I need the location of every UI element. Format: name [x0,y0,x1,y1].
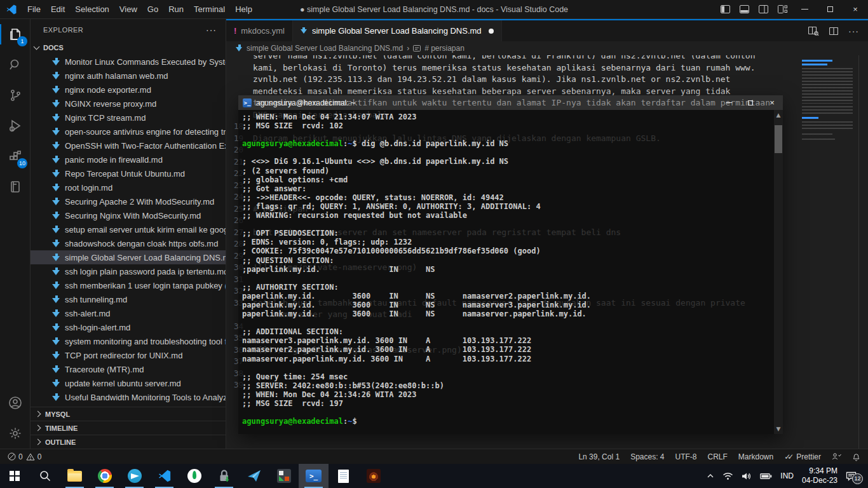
file-item[interactable]: Repo Tercepat Untuk Ubuntu.md [31,166,226,180]
terminal-titlebar[interactable]: >_ agungsurya@hexadecimal: ~ × [238,95,783,110]
formatter-status[interactable]: ✓✓ Prettier [784,452,821,461]
scroll-down-icon[interactable]: ▼ [774,426,783,432]
taskbar-game-icon[interactable] [358,464,388,488]
problems-errors[interactable]: 0 [8,452,23,461]
action-center-icon[interactable]: 12 [846,471,860,481]
toggle-panel-icon[interactable] [735,0,754,19]
editor-scrollbar[interactable] [858,55,868,449]
volume-icon[interactable] [742,472,752,480]
taskbar-mobaxterm-icon[interactable] [269,464,299,488]
menu-file[interactable]: File [22,0,46,19]
menu-terminal[interactable]: Terminal [189,0,230,19]
file-item[interactable]: nginx node exporter.md [31,83,226,97]
run-and-debug-icon[interactable] [0,111,31,141]
file-item[interactable]: OpenSSH with Two-Factor Authentication E… [31,139,226,152]
tab-mkdocs-yml[interactable]: !mkdocs.yml [226,20,293,41]
search-view-icon[interactable] [0,50,31,80]
toggle-secondary-sidebar-icon[interactable] [754,0,773,19]
customize-layout-icon[interactable] [773,0,792,19]
file-item[interactable]: Traceroute (MTR).md [31,362,226,376]
menu-selection[interactable]: Selection [70,0,114,19]
source-control-icon[interactable] [0,80,31,111]
section-timeline[interactable]: TIMELINE [31,421,226,435]
taskbar-lock-share-icon[interactable] [209,464,239,488]
file-item[interactable]: TCP port redirector for UNIX.md [31,348,226,362]
file-item[interactable]: root login.md [31,180,226,194]
eol-sequence[interactable]: CRLF [708,452,728,461]
taskbar-powershell-icon[interactable] [299,464,329,488]
explorer-view-icon[interactable]: 1 [0,19,31,50]
taskbar-telegram-icon[interactable] [119,464,149,488]
file-item[interactable]: Useful Bandwidth Monitoring Tools to Ana… [31,390,226,404]
scroll-up-icon[interactable]: ▲ [774,112,783,118]
feedback-icon[interactable] [832,452,841,461]
file-item[interactable]: Securing Apache 2 With ModSecurity.md [31,194,226,208]
tab-simple-global-server-load-balancing-dns-md[interactable]: simple Global Server Load Balancing DNS.… [293,20,502,41]
menu-run[interactable]: Run [163,0,189,19]
file-item[interactable]: ssh memberikan 1 user login tanpa pubkey… [31,278,226,292]
taskbar-notepad-icon[interactable] [329,464,358,488]
file-item[interactable]: NGINX reverse proxy.md [31,97,226,111]
file-item[interactable]: open-source antivirus engine for detecti… [31,125,226,139]
file-item[interactable]: ssh tunneling.md [31,292,226,306]
tray-chevron-icon[interactable] [707,473,714,478]
cursor-position[interactable]: Ln 39, Col 1 [578,452,620,461]
file-item[interactable]: nginx auth halaman web.md [31,69,226,83]
file-item[interactable]: Nginx TCP stream.md [31,111,226,125]
file-item[interactable]: ssh-alert.md [31,306,226,320]
explorer-actions-icon[interactable]: ··· [206,25,217,35]
file-item[interactable]: system monitoring and troubleshooting to… [31,334,226,348]
taskbar-mongodb-icon[interactable] [179,464,209,488]
taskbar-paper-plane-icon[interactable] [239,464,269,488]
settings-gear-icon[interactable] [0,418,31,449]
notifications-bell-icon[interactable] [852,452,860,461]
taskbar-vscode-icon[interactable] [149,464,179,488]
taskbar-start-button[interactable] [0,464,30,488]
taskbar-chrome-icon[interactable] [90,464,119,488]
menu-help[interactable]: Help [230,0,257,19]
taskbar-file-explorer-icon[interactable] [60,464,90,488]
menu-go[interactable]: Go [142,0,163,19]
remote-explorer-icon[interactable] [0,172,31,202]
split-editor-icon[interactable] [829,27,838,35]
section-mysql[interactable]: MYSQL [31,407,226,421]
extensions-view-icon[interactable]: 10 [0,141,31,172]
indentation[interactable]: Spaces: 4 [630,452,664,461]
tray-clock[interactable]: 9:34 PM 04-Dec-23 [802,466,837,485]
encoding[interactable]: UTF-8 [675,452,697,461]
terminal-output[interactable]: ;; WHEN: Mon Dec 04 21:34:07 WITA 2023;;… [238,110,783,434]
folder-section-docs[interactable]: DOCS [31,41,226,55]
menu-edit[interactable]: Edit [46,0,70,19]
language-mode[interactable]: Markdown [738,452,773,461]
terminal-scroll-thumb[interactable] [775,125,782,153]
file-item[interactable]: update kernel ubuntu server.md [31,376,226,390]
file-item[interactable]: ssh login plain password pada ip tertent… [31,264,226,278]
file-item[interactable]: simple Global Server Load Balancing DNS.… [31,250,226,264]
wifi-icon[interactable] [722,472,733,480]
file-item[interactable]: panic mode in firewalld.md [31,152,226,166]
window-close-button[interactable]: × [843,0,868,19]
section-outline[interactable]: OUTLINE [31,435,226,449]
taskbar-search-icon[interactable] [30,464,60,488]
terminal-window[interactable]: >_ agungsurya@hexadecimal: ~ × ;; WHEN: … [238,95,783,434]
minimap[interactable] [799,58,858,236]
terminal-maximize-button[interactable] [740,95,761,110]
file-item[interactable]: shadowshock dengan cloak https obfs.md [31,236,226,250]
battery-icon[interactable] [760,473,772,480]
toggle-sidebar-icon[interactable] [715,0,735,19]
keyboard-language[interactable]: IND [780,471,794,480]
terminal-minimize-button[interactable] [718,95,740,110]
file-item[interactable]: ssh-login-alert.md [31,320,226,334]
file-item[interactable]: Monitor Linux Commands Executed by Syste… [31,55,226,69]
file-item[interactable]: Securing Nginx With ModSecurity.md [31,208,226,222]
problems-warnings[interactable]: 0 [26,452,42,461]
terminal-scrollbar[interactable]: ▲ ▼ [774,110,783,434]
more-actions-icon[interactable]: ··· [848,26,859,36]
breadcrumb[interactable]: simple Global Server Load Balancing DNS.… [226,41,868,55]
open-preview-icon[interactable] [808,27,819,36]
file-item[interactable]: setup email server untuk kirim email ke … [31,222,226,236]
account-icon[interactable] [0,388,31,418]
window-minimize-button[interactable] [792,0,817,19]
window-restore-button[interactable] [817,0,843,19]
terminal-close-button[interactable]: × [761,95,783,110]
